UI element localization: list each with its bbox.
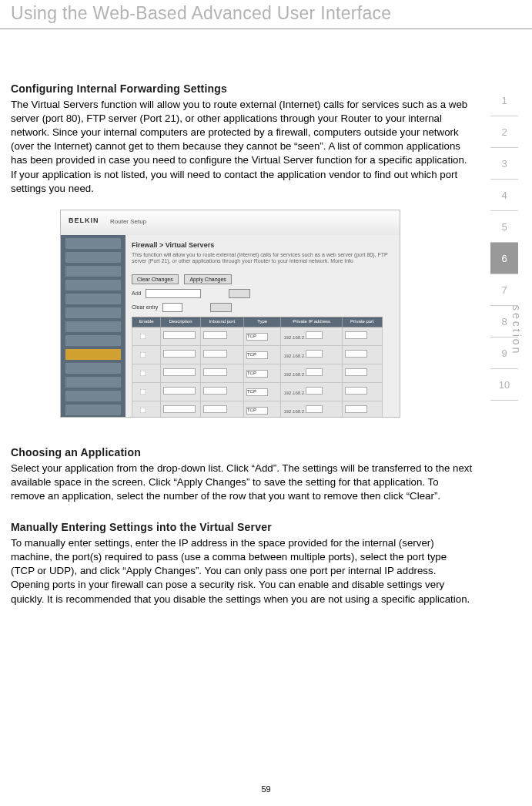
ip-cell[interactable]: 192.168.2. (281, 383, 342, 401)
type-cell[interactable]: TCP (243, 327, 280, 346)
col-header: Inbound port (200, 317, 243, 327)
description-cell[interactable] (161, 401, 200, 418)
apply-changes-button[interactable]: Apply Changes (184, 274, 231, 284)
section-tab-5[interactable]: 5 (490, 211, 518, 243)
table-row: TCP192.168.2. (132, 383, 383, 401)
inbound-port-cell[interactable] (200, 364, 243, 383)
type-cell[interactable]: TCP (243, 346, 280, 364)
inbound-port-cell[interactable] (200, 327, 243, 346)
table-row: TCP192.168.2. (132, 346, 383, 364)
add-label: Add (132, 290, 141, 296)
inbound-port-cell[interactable] (200, 383, 243, 401)
screenshot-main: Firewall > Virtual Servers This function… (125, 235, 400, 417)
screenshot-sidebar (61, 235, 125, 417)
private-port-cell[interactable] (342, 401, 382, 418)
panel-button-row: Clear Changes Apply Changes (125, 270, 400, 287)
add-select[interactable] (146, 289, 201, 298)
description-cell[interactable] (161, 346, 200, 364)
clear-changes-button[interactable]: Clear Changes (132, 274, 179, 284)
add-button[interactable] (229, 289, 250, 298)
panel-sub: This function will allow you to route ex… (125, 252, 400, 270)
type-cell[interactable]: TCP (243, 364, 280, 383)
ip-cell[interactable]: 192.168.2. (281, 346, 342, 364)
heading-choosing: Choosing an Application (11, 445, 473, 460)
section-tab-10[interactable]: 10 (490, 369, 518, 401)
description-cell[interactable] (161, 364, 200, 383)
clear-button[interactable] (210, 303, 232, 312)
description-cell[interactable] (161, 327, 200, 346)
type-cell[interactable]: TCP (243, 401, 280, 418)
ip-cell[interactable]: 192.168.2. (281, 364, 342, 383)
content-area: Configuring Internal Forwarding Settings… (0, 29, 504, 606)
section-tab-4[interactable]: 4 (490, 180, 518, 211)
body-manual: To manually enter settings, enter the IP… (11, 536, 473, 606)
page-title: Using the Web-Based Advanced User Interf… (0, 0, 532, 29)
section-label: section (510, 305, 523, 355)
enable-cell[interactable] (132, 401, 161, 418)
table-row: TCP192.168.2. (132, 327, 383, 346)
section-tab-6[interactable]: 6 (490, 243, 518, 274)
private-port-cell[interactable] (342, 383, 382, 401)
table-row: TCP192.168.2. (132, 364, 383, 383)
screenshot-header: BELKIN Router Setup (61, 210, 400, 236)
section-tab-3[interactable]: 3 (490, 148, 518, 180)
private-port-cell[interactable] (342, 346, 382, 364)
enable-cell[interactable] (132, 327, 161, 346)
panel-title: Firewall > Virtual Servers (125, 235, 400, 252)
col-header: Private IP address (281, 317, 342, 327)
router-screenshot: BELKIN Router Setup Firewall > Virtual S… (60, 210, 400, 418)
enable-cell[interactable] (132, 346, 161, 364)
col-header: Enable (132, 317, 161, 327)
body-choosing: Select your application from the drop-do… (11, 462, 473, 504)
private-port-cell[interactable] (342, 364, 382, 383)
section-tab-7[interactable]: 7 (490, 274, 518, 306)
enable-cell[interactable] (132, 364, 161, 383)
clear-row: Clear entry (125, 300, 400, 314)
page-number: 59 (0, 784, 532, 794)
ip-cell[interactable]: 192.168.2. (281, 401, 342, 418)
col-header: Description (161, 317, 200, 327)
virtual-server-table: EnableDescriptionInbound portTypePrivate… (132, 317, 383, 418)
table-row: TCP192.168.2. (132, 401, 383, 418)
section-tab-2[interactable]: 2 (490, 116, 518, 148)
inbound-port-cell[interactable] (200, 401, 243, 418)
ip-cell[interactable]: 192.168.2. (281, 327, 342, 346)
clear-entry-label: Clear entry (132, 304, 158, 310)
brand-logo: BELKIN (69, 217, 99, 226)
col-header: Type (243, 317, 280, 327)
add-row: Add (125, 286, 400, 300)
brand-sub: Router Setup (110, 218, 146, 227)
heading-manual: Manually Entering Settings into the Virt… (11, 520, 473, 535)
col-header: Private port (342, 317, 382, 327)
private-port-cell[interactable] (342, 327, 382, 346)
type-cell[interactable]: TCP (243, 383, 280, 401)
body-config: The Virtual Servers function will allow … (11, 98, 473, 196)
inbound-port-cell[interactable] (200, 346, 243, 364)
section-tab-1[interactable]: 1 (490, 85, 518, 116)
clear-entry-select[interactable] (162, 303, 182, 312)
screenshot-wrap: BELKIN Router Setup Firewall > Virtual S… (60, 210, 473, 418)
heading-config: Configuring Internal Forwarding Settings (11, 82, 473, 96)
description-cell[interactable] (161, 383, 200, 401)
enable-cell[interactable] (132, 383, 161, 401)
